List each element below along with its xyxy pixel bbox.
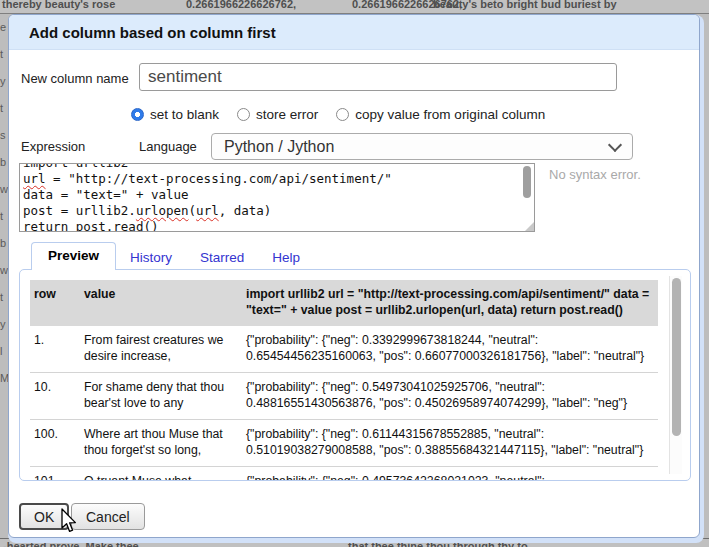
row-value: From fairest creatures we desire increas…: [80, 326, 236, 372]
table-row: 10. For shame deny that thou bear'st lov…: [30, 372, 658, 419]
tab-help[interactable]: Help: [258, 245, 314, 270]
tab-history[interactable]: History: [116, 245, 186, 270]
tab-bar: Preview History Starred Help: [19, 244, 314, 270]
new-column-name-label: New column name: [21, 71, 129, 86]
radio-set-to-blank[interactable]: set to blank: [131, 107, 219, 122]
code-scrollbar[interactable]: [522, 166, 532, 218]
radio-copy-value[interactable]: copy value from original column: [336, 107, 545, 122]
row-value: O truant Muse what: [80, 467, 236, 481]
row-result: {"probability": {"neg": 0.54973041025925…: [242, 373, 658, 419]
row-index: 101.: [30, 467, 74, 481]
radio-icon: [131, 108, 144, 121]
dialog-title: Add column based on column first: [9, 15, 699, 41]
on-error-options: set to blank store error copy value from…: [131, 107, 553, 122]
cancel-button[interactable]: Cancel: [71, 503, 145, 530]
col-header-value: value: [80, 280, 236, 326]
table-row: 101. O truant Muse what {"probability": …: [30, 466, 658, 481]
bg-cell: that thee thine thou through thy to: [348, 540, 528, 547]
row-index: 1.: [30, 326, 74, 372]
preview-scrollbar-thumb[interactable]: [672, 278, 681, 436]
expression-code: import urllib2url = "http://text-process…: [23, 163, 534, 232]
new-column-name-input[interactable]: [139, 63, 617, 91]
row-result: {"probability": {"neg": 0.61144315678552…: [242, 420, 658, 466]
bg-cell: thereby beauty's rose: [2, 0, 115, 10]
add-column-dialog: Add column based on column first New col…: [8, 14, 700, 538]
preview-header-row: row value import urllib2 url = "http://t…: [30, 280, 658, 326]
row-index: 100.: [30, 420, 74, 466]
row-value: Where art thou Muse that thou forget'st …: [80, 420, 236, 466]
col-header-row: row: [30, 280, 74, 326]
tab-starred[interactable]: Starred: [186, 245, 258, 270]
radio-label: set to blank: [150, 107, 219, 122]
preview-panel: row value import urllib2 url = "http://t…: [19, 269, 691, 481]
table-row: 100. Where art thou Muse that thou forge…: [30, 419, 658, 466]
radio-label: store error: [256, 107, 318, 122]
row-result: {"probability": {"neg": 0.33929996738182…: [242, 326, 658, 372]
code-scrollbar-thumb[interactable]: [523, 166, 531, 198]
screen: thereby beauty's rose 0.2661966226626762…: [0, 0, 709, 547]
resize-grip-icon[interactable]: [525, 222, 534, 231]
background-table-left-edge: e t y t s b w t b w t y l M: [0, 14, 8, 538]
radio-store-error[interactable]: store error: [237, 107, 318, 122]
preview-table: row value import urllib2 url = "http://t…: [30, 280, 658, 481]
row-value: For shame deny that thou bear'st love to…: [80, 373, 236, 419]
bg-cell: beauty's beto bright bud buriest by: [433, 0, 617, 10]
tab-preview[interactable]: Preview: [31, 242, 116, 270]
chevron-down-icon: [608, 137, 622, 151]
language-select[interactable]: Python / Jython: [211, 133, 633, 160]
bg-cell: 0.2661966226626762,: [186, 0, 296, 10]
background-table-bottom: -hearted prove. Make thee that thee thin…: [0, 538, 709, 547]
col-header-expression: import urllib2 url = "http://text-proces…: [242, 280, 658, 326]
preview-scrollbar[interactable]: [669, 276, 682, 474]
ok-button[interactable]: OK: [19, 503, 69, 530]
row-result: {"probability": {"neg": 0.49573642268021…: [242, 467, 658, 481]
table-row: 1. From fairest creatures we desire incr…: [30, 326, 658, 372]
expression-code-editor[interactable]: import urllib2url = "http://text-process…: [19, 163, 535, 232]
language-selected-value: Python / Jython: [224, 138, 334, 156]
expression-label: Expression: [21, 139, 85, 154]
radio-label: copy value from original column: [355, 107, 545, 122]
row-index: 10.: [30, 373, 74, 419]
background-table-top: thereby beauty's rose 0.2661966226626762…: [0, 0, 709, 14]
syntax-status: No syntax error.: [549, 167, 641, 182]
dialog-header: Add column based on column first: [9, 15, 699, 50]
radio-icon: [237, 108, 250, 121]
language-label: Language: [139, 139, 197, 154]
radio-icon: [336, 108, 349, 121]
bg-cell: -hearted prove. Make thee: [3, 540, 139, 547]
